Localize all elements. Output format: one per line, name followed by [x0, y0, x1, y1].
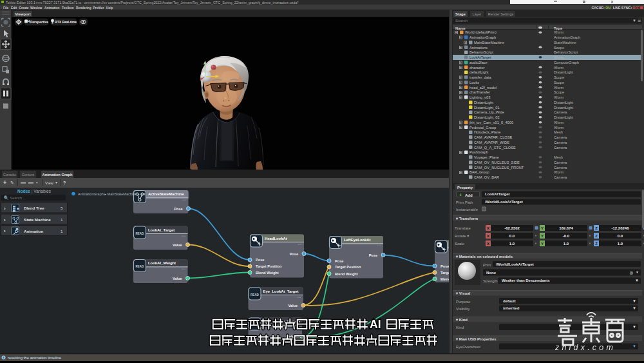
- svg-text:Pose: Pose: [256, 258, 264, 262]
- svg-text:AnimationGraph ▸ MainStateMach: AnimationGraph ▸ MainStateMachine ▸ Act: [78, 192, 146, 196]
- svg-text:Pose: Pose: [290, 252, 298, 256]
- svg-text:Value: Value: [173, 277, 182, 280]
- svg-text:READ: READ: [251, 324, 260, 327]
- svg-text:Pose: Pose: [335, 259, 343, 263]
- svg-text:⋯: ⋯: [182, 198, 186, 202]
- svg-text:⋯: ⋯: [296, 326, 299, 329]
- svg-text:Eye_LookAt_Target: Eye_LookAt_Target: [263, 289, 299, 293]
- svg-text:Value: Value: [287, 335, 296, 338]
- svg-text:Target Position: Target Position: [256, 264, 282, 268]
- svg-text:Blend Weight: Blend Weight: [256, 271, 279, 275]
- svg-text:⋯: ⋯: [377, 244, 381, 248]
- svg-text:LookAt_Weight: LookAt_Weight: [148, 261, 176, 265]
- svg-text:LeftEyeLookAt: LeftEyeLookAt: [344, 238, 371, 242]
- svg-text:LookAt_Target: LookAt_Target: [148, 228, 175, 232]
- svg-text:Value: Value: [288, 304, 298, 308]
- svg-text:Blend W: Blend W: [440, 277, 449, 281]
- svg-text:Eye_LookAt_Weight: Eye_LookAt_Weight: [263, 320, 300, 324]
- svg-text:⋯: ⋯: [297, 295, 301, 299]
- svg-text:READ: READ: [136, 232, 145, 235]
- svg-text:READ: READ: [251, 293, 260, 297]
- svg-text:Pose: Pose: [369, 253, 377, 257]
- svg-text:Target Position: Target Position: [335, 265, 361, 269]
- svg-text:⋯: ⋯: [182, 234, 185, 238]
- svg-text:⋯: ⋯: [182, 267, 185, 271]
- svg-text:ActiveStateMachine: ActiveStateMachine: [148, 192, 184, 196]
- svg-text:Value: Value: [173, 243, 182, 247]
- svg-text:HeadLookAt: HeadLookAt: [265, 237, 287, 240]
- svg-text:Pose: Pose: [174, 207, 182, 211]
- svg-text:Target: Target: [440, 271, 449, 275]
- svg-text:Pose: Pose: [440, 264, 449, 268]
- svg-text:READ: READ: [136, 265, 145, 268]
- svg-text:Blend Weight: Blend Weight: [335, 272, 358, 276]
- svg-text:⋯: ⋯: [298, 242, 301, 246]
